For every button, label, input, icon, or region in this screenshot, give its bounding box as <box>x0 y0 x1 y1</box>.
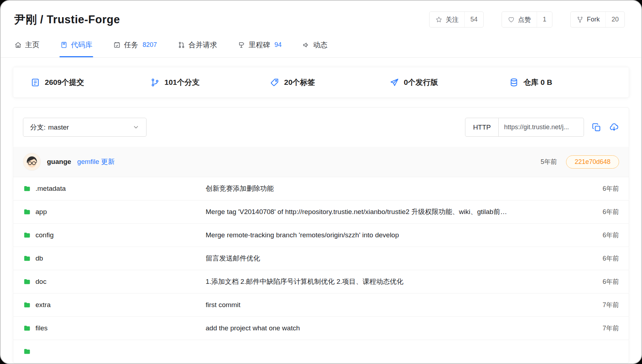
watch-label: 关注 <box>446 15 459 24</box>
stat-commits-label: 2609个提交 <box>45 77 84 87</box>
download-button[interactable] <box>609 122 619 132</box>
stat-branches[interactable]: 101个分支 <box>150 77 270 87</box>
stat-size-label: 仓库 0 B <box>523 77 552 87</box>
commit-author[interactable]: guange <box>47 158 71 166</box>
cloud-download-icon <box>609 122 619 132</box>
file-commit-time: 6年前 <box>603 208 619 216</box>
file-name-label: doc <box>35 278 47 286</box>
tab-milestones-badge: 94 <box>274 41 282 49</box>
branch-icon <box>150 78 160 87</box>
tab-home[interactable]: 主页 <box>14 33 39 57</box>
chevron-down-icon <box>133 124 139 131</box>
fork-button[interactable]: Fork 20 <box>570 11 625 28</box>
avatar[interactable] <box>23 153 41 171</box>
like-button[interactable]: 点赞 1 <box>502 11 552 28</box>
file-commit-time: 6年前 <box>603 254 619 263</box>
branch-selector[interactable]: 分支: master <box>23 118 147 137</box>
file-link[interactable] <box>23 348 206 355</box>
watch-count: 54 <box>464 12 483 27</box>
file-link[interactable]: app <box>23 208 206 216</box>
file-commit-message[interactable]: Merge tag 'V20140708' of http://reposito… <box>206 207 603 217</box>
database-icon <box>509 78 519 87</box>
tab-home-label: 主页 <box>25 40 39 50</box>
tab-milestones[interactable]: 里程碑 94 <box>238 33 282 57</box>
clone-url-field[interactable]: https://git.trustie.net/j... <box>499 118 584 137</box>
stat-tags-label: 20个标签 <box>284 77 315 87</box>
fork-count: 20 <box>605 12 624 27</box>
stat-releases[interactable]: 0个发行版 <box>389 77 509 87</box>
home-icon <box>14 41 22 49</box>
file-commit-time: 7年前 <box>603 324 619 333</box>
file-commit-message[interactable]: add the project what one watch <box>206 324 603 332</box>
copy-url-button[interactable] <box>591 122 602 132</box>
file-row: config Merge remote-tracking branch 'rem… <box>13 223 629 247</box>
branch-value: master <box>48 123 69 131</box>
milestone-icon <box>238 41 245 49</box>
file-link[interactable]: files <box>23 324 206 332</box>
stat-tags[interactable]: 20个标签 <box>270 77 389 87</box>
tab-merge-requests[interactable]: 合并请求 <box>178 33 217 57</box>
fork-label: Fork <box>587 16 600 23</box>
repo-icon <box>60 41 68 49</box>
file-commit-message[interactable]: Merge remote-tracking branch 'remotes/or… <box>206 231 603 239</box>
tab-tasks[interactable]: 任务 8207 <box>113 33 157 57</box>
header-actions: 关注 54 点赞 1 Fork 20 <box>429 11 625 28</box>
tab-repository[interactable]: 代码库 <box>60 33 92 57</box>
heart-icon <box>508 16 515 23</box>
commits-icon <box>30 78 40 87</box>
folder-icon <box>23 255 31 262</box>
tab-tasks-label: 任务 <box>124 40 138 50</box>
stat-releases-label: 0个发行版 <box>404 77 438 87</box>
tab-repository-label: 代码库 <box>71 40 92 50</box>
file-name-label: files <box>35 324 48 332</box>
file-commit-message[interactable]: 1.添加文档 2.邮件中缺陷序号计算机制优化 2.项目、课程动态优化 <box>206 277 603 286</box>
file-link[interactable]: .metadata <box>23 185 206 193</box>
stat-branches-label: 101个分支 <box>164 77 200 87</box>
repo-stats-bar: 2609个提交 101个分支 20个标签 0个发行版 仓库 0 B <box>13 67 629 98</box>
file-row: doc 1.添加文档 2.邮件中缺陷序号计算机制优化 2.项目、课程动态优化 6… <box>13 270 629 293</box>
folder-icon <box>23 208 31 215</box>
clone-url-group: HTTP https://git.trustie.net/j... <box>465 118 619 137</box>
file-row: .metadata 创新竞赛添加删除功能 6年前 <box>13 177 629 200</box>
folder-icon <box>23 185 31 192</box>
stat-size[interactable]: 仓库 0 B <box>509 77 629 87</box>
file-commit-time: 7年前 <box>603 301 619 309</box>
file-commit-message[interactable]: first commit <box>206 301 603 309</box>
folder-icon <box>23 301 31 309</box>
page-title: 尹刚 / Trustie-Forge <box>14 12 120 27</box>
tag-icon <box>270 78 279 87</box>
folder-icon <box>23 278 31 285</box>
file-commit-message[interactable]: 留言发送邮件优化 <box>206 254 603 263</box>
tab-bar: 主页 代码库 任务 8207 合并请求 里程碑 94 动态 <box>1 33 641 58</box>
repository-card: 分支: master HTTP https://git.trustie.net/… <box>13 107 629 363</box>
tab-tasks-badge: 8207 <box>143 41 157 49</box>
watch-button[interactable]: 关注 54 <box>429 11 484 28</box>
file-link[interactable]: extra <box>23 301 206 309</box>
file-row: files add the project what one watch 7年前 <box>13 316 629 340</box>
stat-commits[interactable]: 2609个提交 <box>30 77 150 87</box>
file-link[interactable]: doc <box>23 278 206 286</box>
commit-hash-badge[interactable]: 221e70d648 <box>566 155 619 169</box>
commit-message-link[interactable]: gemfile 更新 <box>77 157 115 166</box>
folder-icon <box>23 232 31 239</box>
tab-activity[interactable]: 动态 <box>302 33 327 57</box>
branch-label: 分支: <box>30 123 45 132</box>
protocol-toggle[interactable]: HTTP <box>465 118 499 137</box>
file-commit-message[interactable]: 创新竞赛添加删除功能 <box>206 184 603 193</box>
like-label: 点赞 <box>518 15 531 24</box>
commit-meta: 5年前 221e70d648 <box>541 155 619 169</box>
tab-milestones-label: 里程碑 <box>249 40 270 50</box>
tab-activity-label: 动态 <box>313 40 327 50</box>
file-commit-time: 6年前 <box>603 231 619 239</box>
tab-merge-requests-label: 合并请求 <box>188 40 217 50</box>
file-row: app Merge tag 'V20140708' of http://repo… <box>13 200 629 223</box>
star-icon <box>435 16 442 23</box>
task-icon <box>113 41 121 49</box>
folder-icon <box>23 348 31 355</box>
folder-icon <box>23 325 31 332</box>
release-icon <box>389 78 399 87</box>
file-name-label: config <box>35 231 54 239</box>
file-link[interactable]: db <box>23 254 206 262</box>
latest-commit-bar: guange gemfile 更新 5年前 221e70d648 <box>13 147 629 177</box>
file-link[interactable]: config <box>23 231 206 239</box>
